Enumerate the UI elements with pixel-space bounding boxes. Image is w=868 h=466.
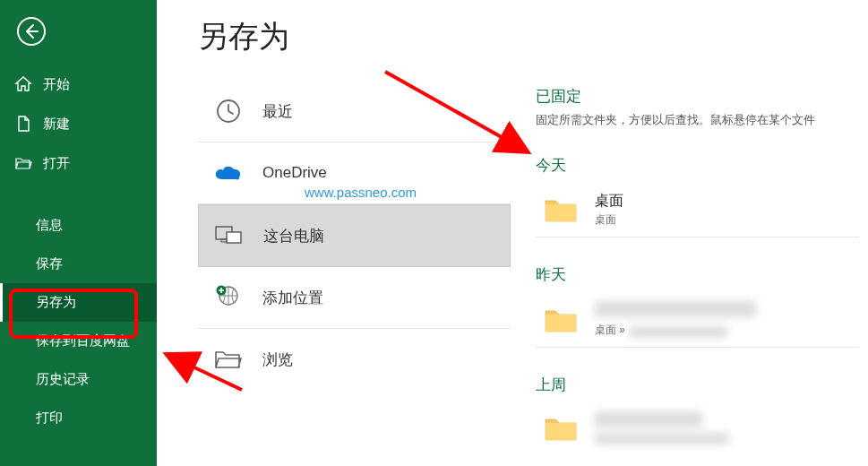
folder-text: 桌面 桌面	[595, 192, 623, 228]
folder-text: 桌面 »	[595, 301, 756, 338]
sidebar-item-save[interactable]: 保存	[0, 245, 157, 283]
folder-path: 桌面 »	[595, 323, 625, 338]
main-content: 另存为 最近 OneDrive 这台电脑	[157, 0, 868, 466]
sidebar-item-home[interactable]: 开始	[0, 65, 157, 104]
home-icon	[14, 75, 32, 93]
svg-rect-3	[227, 232, 241, 243]
sidebar-item-history[interactable]: 历史记录	[0, 360, 157, 399]
sidebar-item-label: 另存为	[36, 294, 76, 311]
location-label: 这台电脑	[263, 226, 324, 246]
folder-row[interactable]	[536, 402, 859, 453]
back-arrow-icon	[16, 16, 47, 47]
sidebar-item-label: 打印	[36, 410, 63, 427]
folder-path-blurred	[595, 433, 729, 444]
group-last-week: 上周	[536, 375, 859, 395]
folder-path-blurred	[629, 326, 727, 338]
group-today: 今天	[536, 155, 859, 176]
location-this-pc[interactable]: 这台电脑	[198, 204, 511, 267]
group-yesterday: 昨天	[536, 264, 859, 285]
sidebar-item-label: 保存到百度网盘	[36, 332, 130, 350]
folder-open-icon	[14, 154, 32, 172]
folder-name-blurred	[595, 301, 756, 317]
sidebar: 开始 新建 打开 信息 保存 另存为 保存到百度网盘 历史记录 打印	[0, 0, 157, 466]
file-icon	[14, 115, 32, 133]
folder-path: 桌面	[595, 212, 623, 228]
sidebar-item-label: 打开	[43, 155, 70, 172]
svg-rect-4	[221, 239, 227, 242]
title-section: 另存为	[157, 0, 868, 81]
location-onedrive[interactable]: OneDrive	[198, 142, 511, 204]
page-title: 另存为	[198, 16, 868, 57]
folder-name: 桌面	[595, 192, 623, 211]
sidebar-item-new[interactable]: 新建	[0, 104, 157, 143]
clock-icon	[212, 95, 245, 127]
location-add-place[interactable]: 添加位置	[198, 267, 511, 329]
location-recent[interactable]: 最近	[198, 81, 511, 142]
pinned-section-description: 固定所需文件夹，方便以后查找。鼠标悬停在某个文件	[536, 112, 859, 128]
sidebar-item-info[interactable]: 信息	[0, 206, 157, 245]
recent-column: 已固定 固定所需文件夹，方便以后查找。鼠标悬停在某个文件 今天 桌面 桌面 昨天	[511, 81, 868, 466]
back-button[interactable]	[14, 14, 48, 48]
folder-row[interactable]: 桌面 »	[536, 292, 859, 348]
sidebar-item-open[interactable]: 打开	[0, 143, 157, 183]
location-label: 浏览	[262, 350, 293, 370]
location-label: OneDrive	[262, 164, 327, 182]
sidebar-item-label: 信息	[36, 217, 63, 234]
location-label: 添加位置	[262, 288, 323, 308]
folder-name-blurred	[595, 411, 702, 427]
pinned-section-title: 已固定	[536, 86, 859, 107]
sidebar-item-label: 开始	[43, 76, 70, 93]
add-place-icon	[212, 281, 245, 314]
computer-icon	[213, 220, 245, 252]
sidebar-item-label: 历史记录	[36, 371, 90, 388]
locations-column: 最近 OneDrive 这台电脑 添加位置	[157, 81, 511, 466]
location-browse[interactable]: 浏览	[198, 329, 511, 390]
sidebar-item-save-baidu[interactable]: 保存到百度网盘	[0, 322, 157, 360]
browse-folder-icon	[212, 343, 245, 375]
folder-icon	[543, 413, 579, 444]
onedrive-icon	[212, 157, 245, 189]
folder-icon	[543, 194, 579, 225]
sidebar-item-label: 保存	[36, 255, 63, 272]
sidebar-item-save-as[interactable]: 另存为	[0, 283, 157, 322]
sidebar-item-label: 新建	[43, 116, 70, 133]
folder-row[interactable]: 桌面 桌面	[536, 183, 859, 237]
folder-icon	[543, 305, 579, 335]
folder-text	[595, 411, 729, 444]
location-label: 最近	[262, 101, 293, 122]
sidebar-item-print[interactable]: 打印	[0, 399, 157, 437]
